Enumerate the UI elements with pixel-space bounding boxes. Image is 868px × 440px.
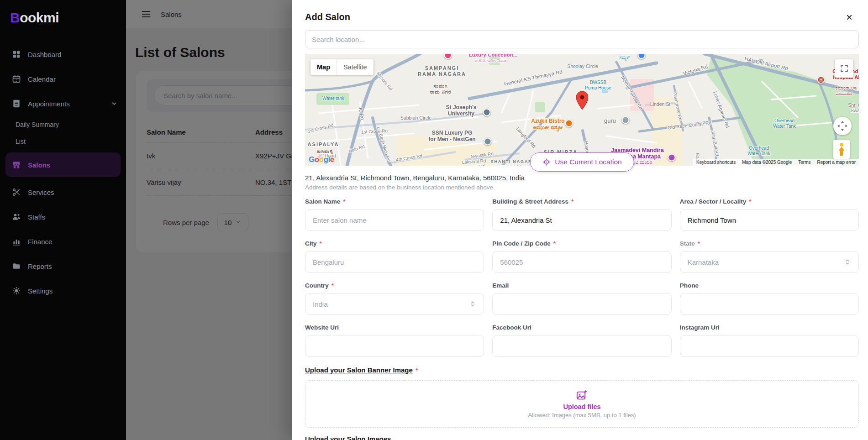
sidebar-item-dashboard[interactable]: Dashboard (0, 42, 126, 67)
add-salon-modal: Add Salon × (292, 0, 868, 440)
select-chevrons-icon (844, 258, 851, 266)
map-label: Victoria Rd (682, 63, 708, 77)
building-street-address-input[interactable]: 21, Alexandria St (492, 209, 671, 231)
map-label: Lal Bagh Main Rd (376, 126, 391, 162)
sidebar-item-label: Services (28, 189, 54, 196)
sidebar-item-appointments[interactable]: Appointments (0, 91, 126, 116)
close-icon[interactable]: × (843, 12, 855, 23)
field-label: Building & Street Address* (492, 198, 671, 205)
sidebar-item-settings[interactable]: Settings (0, 278, 126, 303)
map-label: OverheadWater Tank (747, 146, 770, 156)
field-label: Country* (305, 282, 484, 289)
phone-input[interactable] (680, 293, 859, 315)
st-josephs-university-poi[interactable] (483, 109, 491, 116)
sidebar-item-label: List (16, 138, 26, 145)
clipboard-icon (12, 99, 21, 108)
ssn-luxury-pg-poi[interactable] (484, 138, 492, 146)
sidebar-item-staffs[interactable]: Staffs (0, 204, 126, 229)
website-url-input[interactable] (305, 335, 484, 357)
map-label: Nala Rd (348, 144, 365, 154)
banner-upload-section: Upload your Salon Banner Image* Upload f… (305, 366, 859, 428)
email-input[interactable] (492, 293, 671, 315)
form-field-facebook-url: Facebook Url (492, 324, 671, 357)
sidebar-item-reports[interactable]: Reports (0, 254, 126, 278)
app-logo: Bookmi (0, 0, 126, 26)
luxury-collection-poi[interactable] (444, 54, 452, 59)
map-label: OverheadWater Tank (773, 118, 796, 129)
map-label: Shri ClSwa (848, 102, 859, 113)
sidebar-item-daily-summary[interactable]: Daily Summary (0, 116, 126, 133)
state-select: Karnataka (680, 251, 859, 273)
selected-address-line: 21, Alexandria St, Richmond Town, Bengal… (305, 174, 859, 182)
azukii-bistro-poi[interactable] (565, 120, 573, 127)
map-label: 4th Cross Rd (395, 153, 422, 162)
gear-icon (12, 286, 21, 295)
select-chevrons-icon (469, 300, 476, 308)
country-select: India (305, 293, 484, 315)
pegman-street-view[interactable] (833, 140, 850, 159)
map-footer: Keyboard shortcutsMap data ©2025 GoogleT… (693, 159, 859, 166)
map-button[interactable]: Map (310, 59, 337, 75)
sidebar-item-list[interactable]: List (0, 133, 126, 150)
location-pin-icon[interactable] (576, 91, 588, 110)
map-label: Langford Rd (515, 126, 537, 149)
map-labels: SAMPANGIRAMA NAGARAಸಂಪಂಗಿರಾಮ ನಗರLuxury C… (305, 54, 859, 166)
scissors-icon (12, 188, 21, 197)
use-current-location-button[interactable]: Use Current Location (530, 152, 634, 172)
field-value: India (313, 300, 328, 308)
chevron-down-icon (110, 100, 118, 107)
sidebar-item-finance[interactable]: Finance (0, 229, 126, 254)
fullscreen-button[interactable] (835, 59, 853, 78)
banner-upload-dropzone[interactable]: Upload files Allowed: Images (max 5MB, u… (305, 380, 859, 428)
instagram-url-input[interactable] (680, 335, 859, 357)
map-footer-keyboard-shortcuts[interactable]: Keyboard shortcuts (693, 159, 739, 166)
satellite-button[interactable]: Satellite (337, 59, 374, 75)
form-field-instagram-url: Instagram Url (680, 324, 859, 357)
city-input: Bengaluru (305, 251, 484, 273)
map-label: Subbiah Circle (400, 115, 431, 120)
field-value: 21, Alexandria St (500, 216, 552, 224)
map-label: Linden St (650, 101, 670, 107)
sidebar-item-label: Daily Summary (16, 121, 59, 128)
field-label: Salon Name* (305, 198, 484, 205)
map-label: HAL Old Airport Rd (744, 56, 789, 72)
use-current-location-label: Use Current Location (555, 158, 621, 166)
map-label: ASIPALYA (308, 141, 339, 147)
command-hospital-poi[interactable]: H (817, 76, 825, 84)
map-label: ಸಮ್ಯಕ್ (619, 55, 630, 60)
grid-icon (12, 50, 21, 59)
required-asterisk: * (553, 240, 556, 247)
sidebar-item-services[interactable]: Services (0, 180, 126, 204)
map-label: Old Race Course Rd (667, 120, 712, 131)
form-field-city: City*Bengaluru (305, 240, 484, 273)
map-label: ಸಂಪಂಗಿರಾಮ ನಗರ (430, 83, 451, 94)
map-label: 1st Cross Rd (361, 128, 388, 135)
sidebar-item-salons[interactable]: Salons (5, 152, 121, 177)
bus-stop-poi[interactable] (638, 54, 646, 59)
form-field-state: State*Karnataka (680, 240, 859, 273)
google-logo[interactable]: Google (309, 155, 334, 164)
map-label: Basappa Rd (459, 163, 485, 166)
map-label: Swastik Rd (470, 151, 494, 159)
sidebar-item-calendar[interactable]: Calendar (0, 67, 126, 91)
field-label: City* (305, 240, 484, 247)
map-label: Palmgrove Rd (672, 92, 683, 121)
location-search-input[interactable] (305, 30, 859, 48)
map-footer-terms[interactable]: Terms (795, 159, 814, 166)
map-footer-report-a-map-error[interactable]: Report a map error (814, 159, 859, 166)
map-label: SAMPANGIRAMA NAGARA (418, 65, 466, 77)
map-label: ಕಾಸಿಪಾಳ್ಯ (316, 148, 333, 154)
field-value: Richmond Town (688, 216, 736, 224)
facebook-url-input[interactable] (492, 335, 671, 357)
jasmadevi-mandira-poi[interactable] (668, 154, 676, 162)
sidebar-item-label: Calendar (28, 75, 56, 83)
crosshair-icon (542, 158, 550, 166)
field-value: Karnataka (688, 258, 719, 266)
area-sector-locality-input[interactable]: Richmond Town (680, 209, 859, 231)
pan-control[interactable] (833, 117, 852, 135)
google-map[interactable]: SAMPANGIRAMA NAGARAಸಂಪಂಗಿರಾಮ ನಗರLuxury C… (305, 54, 859, 166)
map-footer-map-data-2025-google[interactable]: Map data ©2025 Google (739, 159, 795, 166)
guru-poi[interactable] (622, 116, 630, 124)
salon-name-input[interactable]: Enter salon name (305, 209, 484, 231)
map-label: General KS Thimayya Rd (504, 69, 563, 87)
